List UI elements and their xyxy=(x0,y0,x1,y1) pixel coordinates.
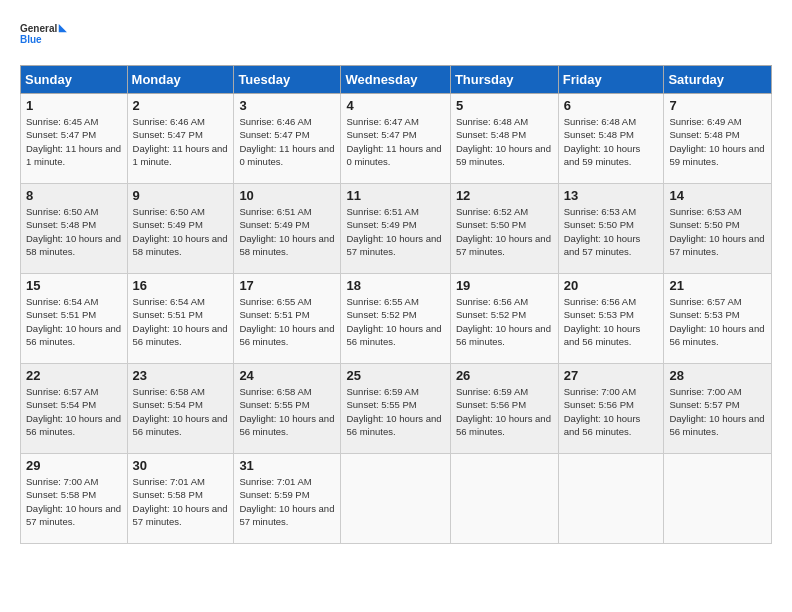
day-info: Sunrise: 6:47 AM Sunset: 5:47 PM Dayligh… xyxy=(346,115,444,168)
day-info: Sunrise: 6:51 AM Sunset: 5:49 PM Dayligh… xyxy=(346,205,444,258)
cell-week5-day5 xyxy=(558,454,664,544)
header-monday: Monday xyxy=(127,66,234,94)
cell-week2-day1: 9 Sunrise: 6:50 AM Sunset: 5:49 PM Dayli… xyxy=(127,184,234,274)
day-number: 11 xyxy=(346,188,444,203)
cell-week2-day4: 12 Sunrise: 6:52 AM Sunset: 5:50 PM Dayl… xyxy=(450,184,558,274)
cell-week1-day0: 1 Sunrise: 6:45 AM Sunset: 5:47 PM Dayli… xyxy=(21,94,128,184)
header: General Blue xyxy=(20,15,772,55)
calendar-body: 1 Sunrise: 6:45 AM Sunset: 5:47 PM Dayli… xyxy=(21,94,772,544)
cell-week2-day0: 8 Sunrise: 6:50 AM Sunset: 5:48 PM Dayli… xyxy=(21,184,128,274)
day-number: 8 xyxy=(26,188,122,203)
day-info: Sunrise: 6:50 AM Sunset: 5:49 PM Dayligh… xyxy=(133,205,229,258)
svg-marker-2 xyxy=(59,24,67,32)
day-number: 4 xyxy=(346,98,444,113)
week-row-3: 15 Sunrise: 6:54 AM Sunset: 5:51 PM Dayl… xyxy=(21,274,772,364)
header-wednesday: Wednesday xyxy=(341,66,450,94)
cell-week2-day5: 13 Sunrise: 6:53 AM Sunset: 5:50 PM Dayl… xyxy=(558,184,664,274)
header-sunday: Sunday xyxy=(21,66,128,94)
day-number: 20 xyxy=(564,278,659,293)
day-number: 17 xyxy=(239,278,335,293)
day-number: 22 xyxy=(26,368,122,383)
cell-week5-day1: 30 Sunrise: 7:01 AM Sunset: 5:58 PM Dayl… xyxy=(127,454,234,544)
cell-week5-day4 xyxy=(450,454,558,544)
day-info: Sunrise: 6:49 AM Sunset: 5:48 PM Dayligh… xyxy=(669,115,766,168)
day-info: Sunrise: 6:46 AM Sunset: 5:47 PM Dayligh… xyxy=(133,115,229,168)
day-info: Sunrise: 6:58 AM Sunset: 5:54 PM Dayligh… xyxy=(133,385,229,438)
cell-week3-day6: 21 Sunrise: 6:57 AM Sunset: 5:53 PM Dayl… xyxy=(664,274,772,364)
cell-week1-day3: 4 Sunrise: 6:47 AM Sunset: 5:47 PM Dayli… xyxy=(341,94,450,184)
cell-week4-day1: 23 Sunrise: 6:58 AM Sunset: 5:54 PM Dayl… xyxy=(127,364,234,454)
day-info: Sunrise: 6:54 AM Sunset: 5:51 PM Dayligh… xyxy=(26,295,122,348)
day-info: Sunrise: 6:53 AM Sunset: 5:50 PM Dayligh… xyxy=(669,205,766,258)
day-info: Sunrise: 6:46 AM Sunset: 5:47 PM Dayligh… xyxy=(239,115,335,168)
day-number: 7 xyxy=(669,98,766,113)
header-friday: Friday xyxy=(558,66,664,94)
header-saturday: Saturday xyxy=(664,66,772,94)
day-number: 10 xyxy=(239,188,335,203)
day-info: Sunrise: 6:55 AM Sunset: 5:52 PM Dayligh… xyxy=(346,295,444,348)
day-number: 12 xyxy=(456,188,553,203)
day-info: Sunrise: 6:54 AM Sunset: 5:51 PM Dayligh… xyxy=(133,295,229,348)
cell-week3-day2: 17 Sunrise: 6:55 AM Sunset: 5:51 PM Dayl… xyxy=(234,274,341,364)
day-info: Sunrise: 6:55 AM Sunset: 5:51 PM Dayligh… xyxy=(239,295,335,348)
cell-week3-day5: 20 Sunrise: 6:56 AM Sunset: 5:53 PM Dayl… xyxy=(558,274,664,364)
day-info: Sunrise: 6:52 AM Sunset: 5:50 PM Dayligh… xyxy=(456,205,553,258)
cell-week5-day6 xyxy=(664,454,772,544)
day-info: Sunrise: 6:53 AM Sunset: 5:50 PM Dayligh… xyxy=(564,205,659,258)
header-thursday: Thursday xyxy=(450,66,558,94)
cell-week1-day2: 3 Sunrise: 6:46 AM Sunset: 5:47 PM Dayli… xyxy=(234,94,341,184)
weekday-header-row: SundayMondayTuesdayWednesdayThursdayFrid… xyxy=(21,66,772,94)
day-info: Sunrise: 6:59 AM Sunset: 5:55 PM Dayligh… xyxy=(346,385,444,438)
day-number: 13 xyxy=(564,188,659,203)
svg-text:Blue: Blue xyxy=(20,34,42,45)
cell-week2-day6: 14 Sunrise: 6:53 AM Sunset: 5:50 PM Dayl… xyxy=(664,184,772,274)
logo-svg: General Blue xyxy=(20,15,70,55)
day-number: 15 xyxy=(26,278,122,293)
day-number: 27 xyxy=(564,368,659,383)
day-info: Sunrise: 7:00 AM Sunset: 5:57 PM Dayligh… xyxy=(669,385,766,438)
day-info: Sunrise: 6:57 AM Sunset: 5:53 PM Dayligh… xyxy=(669,295,766,348)
cell-week4-day5: 27 Sunrise: 7:00 AM Sunset: 5:56 PM Dayl… xyxy=(558,364,664,454)
week-row-2: 8 Sunrise: 6:50 AM Sunset: 5:48 PM Dayli… xyxy=(21,184,772,274)
cell-week5-day2: 31 Sunrise: 7:01 AM Sunset: 5:59 PM Dayl… xyxy=(234,454,341,544)
day-info: Sunrise: 6:56 AM Sunset: 5:53 PM Dayligh… xyxy=(564,295,659,348)
cell-week1-day1: 2 Sunrise: 6:46 AM Sunset: 5:47 PM Dayli… xyxy=(127,94,234,184)
day-info: Sunrise: 6:48 AM Sunset: 5:48 PM Dayligh… xyxy=(456,115,553,168)
day-number: 26 xyxy=(456,368,553,383)
logo: General Blue xyxy=(20,15,70,55)
day-info: Sunrise: 7:00 AM Sunset: 5:56 PM Dayligh… xyxy=(564,385,659,438)
day-number: 25 xyxy=(346,368,444,383)
day-number: 30 xyxy=(133,458,229,473)
day-number: 5 xyxy=(456,98,553,113)
day-info: Sunrise: 6:56 AM Sunset: 5:52 PM Dayligh… xyxy=(456,295,553,348)
cell-week3-day4: 19 Sunrise: 6:56 AM Sunset: 5:52 PM Dayl… xyxy=(450,274,558,364)
cell-week1-day6: 7 Sunrise: 6:49 AM Sunset: 5:48 PM Dayli… xyxy=(664,94,772,184)
day-info: Sunrise: 6:51 AM Sunset: 5:49 PM Dayligh… xyxy=(239,205,335,258)
cell-week2-day3: 11 Sunrise: 6:51 AM Sunset: 5:49 PM Dayl… xyxy=(341,184,450,274)
week-row-1: 1 Sunrise: 6:45 AM Sunset: 5:47 PM Dayli… xyxy=(21,94,772,184)
day-info: Sunrise: 7:00 AM Sunset: 5:58 PM Dayligh… xyxy=(26,475,122,528)
day-number: 19 xyxy=(456,278,553,293)
cell-week1-day5: 6 Sunrise: 6:48 AM Sunset: 5:48 PM Dayli… xyxy=(558,94,664,184)
day-number: 29 xyxy=(26,458,122,473)
day-number: 21 xyxy=(669,278,766,293)
cell-week3-day3: 18 Sunrise: 6:55 AM Sunset: 5:52 PM Dayl… xyxy=(341,274,450,364)
day-info: Sunrise: 6:45 AM Sunset: 5:47 PM Dayligh… xyxy=(26,115,122,168)
cell-week1-day4: 5 Sunrise: 6:48 AM Sunset: 5:48 PM Dayli… xyxy=(450,94,558,184)
day-number: 16 xyxy=(133,278,229,293)
day-number: 18 xyxy=(346,278,444,293)
cell-week4-day3: 25 Sunrise: 6:59 AM Sunset: 5:55 PM Dayl… xyxy=(341,364,450,454)
svg-text:General: General xyxy=(20,23,57,34)
cell-week4-day6: 28 Sunrise: 7:00 AM Sunset: 5:57 PM Dayl… xyxy=(664,364,772,454)
cell-week5-day3 xyxy=(341,454,450,544)
day-number: 31 xyxy=(239,458,335,473)
calendar-table: SundayMondayTuesdayWednesdayThursdayFrid… xyxy=(20,65,772,544)
cell-week3-day0: 15 Sunrise: 6:54 AM Sunset: 5:51 PM Dayl… xyxy=(21,274,128,364)
day-number: 2 xyxy=(133,98,229,113)
day-number: 28 xyxy=(669,368,766,383)
day-number: 1 xyxy=(26,98,122,113)
day-info: Sunrise: 6:58 AM Sunset: 5:55 PM Dayligh… xyxy=(239,385,335,438)
day-number: 14 xyxy=(669,188,766,203)
day-info: Sunrise: 7:01 AM Sunset: 5:58 PM Dayligh… xyxy=(133,475,229,528)
day-info: Sunrise: 6:50 AM Sunset: 5:48 PM Dayligh… xyxy=(26,205,122,258)
